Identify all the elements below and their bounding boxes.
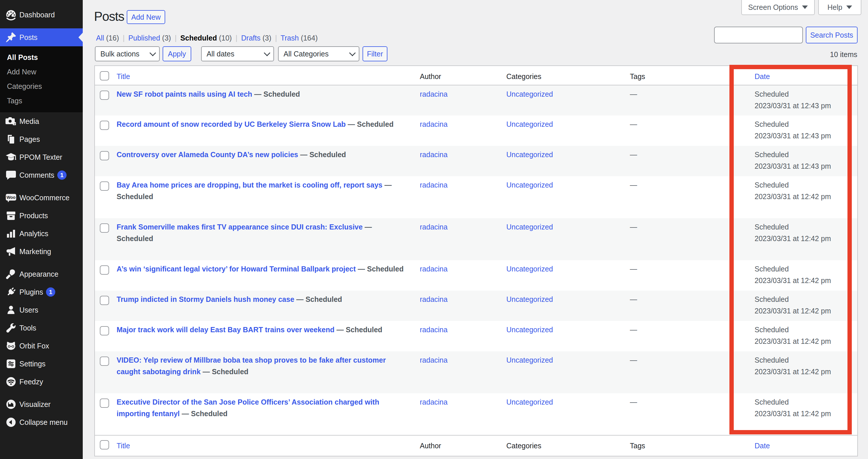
svg-text:Woo: Woo bbox=[7, 195, 16, 200]
